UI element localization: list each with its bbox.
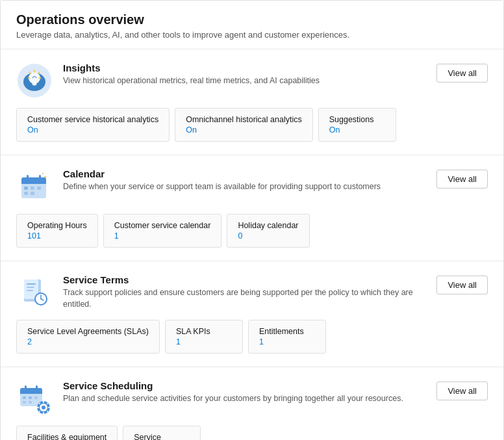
page-header: Operations overview Leverage data, analy…	[1, 1, 503, 49]
tile-sla-label: Service Level Agreements (SLAs)	[27, 327, 149, 336]
svg-rect-48	[37, 407, 39, 408]
calendar-icon: ✦ ✦	[16, 168, 53, 205]
tile-holiday-calendar-label: Holiday calendar	[238, 221, 298, 230]
section-scheduling-desc: Plan and schedule service activities for…	[63, 393, 426, 405]
tile-suggestions-label: Suggestions	[329, 115, 385, 124]
section-calendar-left: ✦ ✦ Calendar Define when your service or…	[16, 168, 426, 205]
page-subtitle: Leverage data, analytics, AI, and other …	[16, 30, 488, 40]
section-insights-desc: View historical operational metrics, rea…	[63, 75, 426, 87]
svg-rect-49	[48, 407, 50, 408]
section-scheduling-name: Service Scheduling	[63, 380, 426, 391]
section-terms-desc: Track support policies and ensure custom…	[63, 287, 426, 310]
svg-point-45	[42, 406, 45, 409]
tile-operating-hours-value: 101	[27, 231, 87, 240]
section-scheduling-info: Service Scheduling Plan and schedule ser…	[63, 380, 426, 405]
svg-rect-47	[43, 412, 44, 414]
tile-sla[interactable]: Service Level Agreements (SLAs) 2	[16, 320, 160, 354]
svg-rect-17	[31, 187, 34, 190]
tile-cs-calendar-value: 1	[114, 231, 211, 240]
tile-omnichannel-value: On	[186, 125, 302, 135]
svg-rect-26	[27, 283, 36, 285]
section-service-terms: Service Terms Track support policies and…	[1, 261, 503, 367]
page-container: Operations overview Leverage data, analy…	[0, 0, 504, 440]
svg-rect-5	[33, 84, 36, 86]
svg-rect-36	[25, 385, 27, 390]
svg-rect-15	[39, 175, 41, 180]
terms-tiles: Service Level Agreements (SLAs) 2 SLA KP…	[16, 320, 488, 354]
svg-rect-18	[37, 187, 41, 190]
svg-rect-37	[36, 385, 38, 390]
svg-rect-14	[27, 175, 29, 180]
tile-omnichannel-label: Omnichannel historical analytics	[186, 115, 302, 124]
tile-operating-hours[interactable]: Operating Hours 101	[16, 214, 98, 248]
section-insights-top: Insights View historical operational met…	[16, 62, 488, 99]
section-insights: Insights View historical operational met…	[1, 49, 503, 155]
section-calendar-desc: Define when your service or support team…	[63, 181, 426, 193]
section-calendar-info: Calendar Define when your service or sup…	[63, 168, 426, 193]
svg-rect-19	[24, 192, 28, 195]
tile-entitlements[interactable]: Entitlements 1	[248, 320, 326, 354]
tile-holiday-calendar[interactable]: Holiday calendar 0	[227, 214, 309, 248]
svg-text:✦: ✦	[42, 172, 44, 175]
tile-cs-calendar[interactable]: Customer service calendar 1	[103, 214, 222, 248]
svg-rect-41	[23, 401, 26, 404]
section-calendar-name: Calendar	[63, 168, 426, 179]
tile-entitlements-label: Entitlements	[259, 327, 315, 336]
tile-holiday-calendar-value: 0	[238, 231, 298, 240]
tile-facilities-label: Facilities & equipment	[27, 433, 107, 440]
section-insights-info: Insights View historical operational met…	[63, 62, 426, 87]
tile-sla-kpis-label: SLA KPIs	[176, 327, 232, 336]
svg-rect-16	[24, 187, 28, 190]
section-calendar: ✦ ✦ Calendar Define when your service or…	[1, 155, 503, 261]
insights-tiles: Customer service historical analytics On…	[16, 108, 488, 142]
svg-rect-42	[29, 401, 32, 404]
insights-icon	[16, 62, 53, 99]
svg-rect-28	[27, 290, 33, 291]
tile-sla-kpis[interactable]: SLA KPIs 1	[165, 320, 243, 354]
section-insights-name: Insights	[63, 62, 426, 73]
svg-rect-40	[34, 396, 38, 399]
svg-rect-27	[27, 287, 34, 288]
tile-suggestions[interactable]: Suggestions On	[318, 108, 396, 142]
view-all-terms[interactable]: View all	[436, 276, 488, 294]
svg-rect-46	[43, 401, 44, 403]
tile-sla-kpis-value: 1	[176, 337, 232, 346]
view-all-insights[interactable]: View all	[436, 64, 488, 83]
terms-icon	[16, 274, 53, 311]
tile-service-label: Service	[134, 433, 190, 440]
svg-rect-38	[23, 396, 26, 399]
section-scheduling: Service Scheduling Plan and schedule ser…	[1, 367, 503, 440]
tile-cs-historical[interactable]: Customer service historical analytics On	[16, 108, 170, 142]
tile-cs-historical-label: Customer service historical analytics	[27, 115, 158, 124]
svg-rect-20	[31, 192, 34, 195]
section-terms-info: Service Terms Track support policies and…	[63, 274, 426, 310]
tile-suggestions-value: On	[329, 125, 385, 135]
svg-text:✦: ✦	[44, 175, 47, 179]
svg-rect-39	[29, 396, 32, 399]
section-scheduling-top: Service Scheduling Plan and schedule ser…	[16, 380, 488, 417]
section-calendar-top: ✦ ✦ Calendar Define when your service or…	[16, 168, 488, 205]
tile-sla-value: 2	[27, 337, 149, 346]
section-terms-left: Service Terms Track support policies and…	[16, 274, 426, 311]
scheduling-icon	[16, 380, 53, 417]
svg-rect-13	[21, 181, 46, 184]
section-scheduling-left: Service Scheduling Plan and schedule ser…	[16, 380, 426, 417]
view-all-calendar[interactable]: View all	[436, 170, 488, 188]
scheduling-tiles: Facilities & equipment 0 Service 0	[16, 426, 488, 440]
section-insights-left: Insights View historical operational met…	[16, 62, 426, 99]
tile-cs-historical-value: On	[27, 125, 158, 135]
tile-operating-hours-label: Operating Hours	[27, 221, 87, 230]
calendar-tiles: Operating Hours 101 Customer service cal…	[16, 214, 488, 248]
tile-omnichannel-historical[interactable]: Omnichannel historical analytics On	[175, 108, 313, 142]
tile-service[interactable]: Service 0	[123, 426, 201, 440]
section-terms-top: Service Terms Track support policies and…	[16, 274, 488, 311]
tile-entitlements-value: 1	[259, 337, 315, 346]
tile-facilities[interactable]: Facilities & equipment 0	[16, 426, 118, 440]
section-terms-name: Service Terms	[63, 274, 426, 285]
svg-rect-35	[20, 392, 42, 394]
view-all-scheduling[interactable]: View all	[436, 382, 488, 400]
tile-cs-calendar-label: Customer service calendar	[114, 221, 211, 230]
page-title: Operations overview	[16, 12, 488, 27]
